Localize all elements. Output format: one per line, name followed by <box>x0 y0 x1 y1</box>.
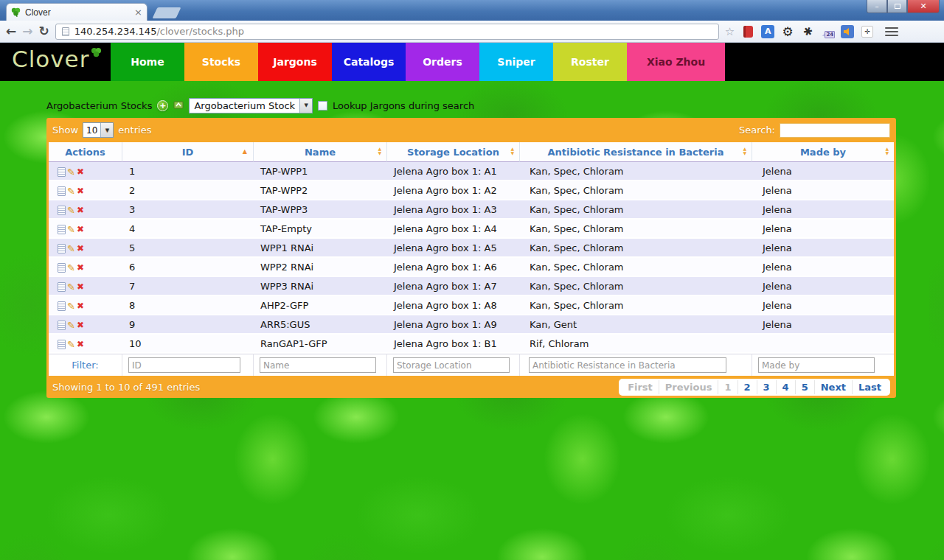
edit-icon[interactable]: ✎ <box>67 321 75 330</box>
view-icon[interactable] <box>58 301 66 311</box>
browser-window: Clover × – ✕ ← → ↻ 140.254.234.145/clove… <box>0 0 944 560</box>
browser-tab[interactable]: Clover × <box>6 3 148 21</box>
menu-icon[interactable] <box>885 27 898 36</box>
delete-icon[interactable]: ✖ <box>77 206 84 214</box>
gear-icon[interactable]: ⚙ <box>780 24 795 39</box>
page-2-button[interactable]: 2 <box>738 380 757 394</box>
column-header-made-by[interactable]: Made by▲▼ <box>752 142 894 162</box>
view-icon[interactable] <box>58 263 66 273</box>
nav-item-catalogs[interactable]: Catalogs <box>332 43 406 81</box>
edit-icon[interactable]: ✎ <box>67 186 75 196</box>
column-header-antibiotic[interactable]: Antibiotic Resistance in Bacteria▲▼ <box>520 142 752 162</box>
view-icon[interactable] <box>58 206 66 215</box>
address-bar[interactable]: 140.254.234.145/clover/stocks.php <box>55 24 719 40</box>
bookmark-star-icon[interactable]: ☆ <box>725 25 735 38</box>
view-icon[interactable] <box>58 282 66 292</box>
delete-icon[interactable]: ✖ <box>77 263 84 272</box>
made-by-cell: Jelena <box>752 296 894 315</box>
column-header-name[interactable]: Name▲▼ <box>254 142 387 162</box>
nav-item-orders[interactable]: Orders <box>406 43 479 81</box>
made-by-cell: Jelena <box>752 258 894 277</box>
reload-icon[interactable]: ↻ <box>39 25 49 38</box>
column-header-storage-location[interactable]: Storage Location▲▼ <box>387 142 520 162</box>
nav-item-xiao-zhou[interactable]: Xiao Zhou <box>627 43 725 81</box>
edit-icon[interactable]: ✎ <box>67 263 75 273</box>
nav-item-stocks[interactable]: Stocks <box>184 43 258 81</box>
page-previous-button[interactable]: Previous <box>659 380 718 394</box>
window-close-button[interactable]: ✕ <box>907 0 940 13</box>
add-stock-icon[interactable]: + <box>157 100 168 111</box>
view-icon[interactable] <box>58 340 66 349</box>
mini-extension-icon[interactable]: ✛ <box>860 24 875 39</box>
clover-logo[interactable]: Clover <box>0 43 111 81</box>
delete-icon[interactable]: ✖ <box>77 301 84 310</box>
forward-icon[interactable]: → <box>22 25 32 38</box>
nav-item-home[interactable]: Home <box>111 43 184 81</box>
edit-icon[interactable]: ✎ <box>67 244 75 253</box>
page-first-button[interactable]: First <box>622 380 659 394</box>
view-icon[interactable] <box>58 244 66 253</box>
name-cell: TAP-WPP2 <box>254 181 387 200</box>
bug-extension-icon[interactable]: ✱ <box>800 24 815 39</box>
page-current[interactable]: 1 <box>718 380 737 394</box>
actions-cell: ✎✖ <box>49 220 122 239</box>
edit-icon[interactable]: ✎ <box>67 340 75 349</box>
view-icon[interactable] <box>58 225 66 234</box>
filter-storage-input[interactable] <box>393 357 510 373</box>
delete-icon[interactable]: ✖ <box>77 225 84 234</box>
table-row: ✎✖ 7 WPP3 RNAi Jelena Agro box 1: A7 Kan… <box>49 277 894 296</box>
edit-icon[interactable]: ✎ <box>67 282 75 292</box>
page-size-select[interactable]: 10 ▼ <box>83 122 114 138</box>
storage-cell: Jelena Agro box 1: A6 <box>387 258 520 277</box>
delete-icon[interactable]: ✖ <box>77 321 84 329</box>
page-last-button[interactable]: Last <box>852 380 887 394</box>
cloud-extension-icon[interactable]: ☁24 <box>820 24 835 39</box>
book-extension-icon[interactable] <box>740 24 755 39</box>
sort-ascending-icon: ▲ <box>243 149 247 155</box>
view-icon[interactable] <box>58 321 66 330</box>
nav-item-sniper[interactable]: Sniper <box>479 43 553 81</box>
page-3-button[interactable]: 3 <box>757 380 776 394</box>
lookup-jargons-checkbox[interactable] <box>318 101 327 111</box>
edit-icon[interactable]: ✎ <box>67 206 75 215</box>
export-icon[interactable] <box>173 99 184 113</box>
page-next-button[interactable]: Next <box>814 380 852 394</box>
view-icon[interactable] <box>58 167 66 177</box>
page-5-button[interactable]: 5 <box>795 380 814 394</box>
delete-icon[interactable]: ✖ <box>77 244 84 253</box>
tab-close-icon[interactable]: × <box>134 7 142 17</box>
delete-icon[interactable]: ✖ <box>77 167 84 176</box>
filter-antibiotic-input[interactable] <box>529 357 726 373</box>
new-tab-button[interactable] <box>153 7 181 18</box>
url-text: 140.254.234.145/clover/stocks.php <box>74 26 244 37</box>
page-4-button[interactable]: 4 <box>776 380 795 394</box>
column-header-id[interactable]: ID▲ <box>122 142 254 162</box>
view-icon[interactable] <box>58 186 66 196</box>
edit-icon[interactable]: ✎ <box>67 225 75 234</box>
name-cell: WPP3 RNAi <box>254 277 387 296</box>
name-cell: TAP-WPP1 <box>254 162 387 181</box>
delete-icon[interactable]: ✖ <box>77 186 84 195</box>
delete-icon[interactable]: ✖ <box>77 340 84 349</box>
edit-icon[interactable]: ✎ <box>67 301 75 311</box>
nav-item-roster[interactable]: Roster <box>553 43 627 81</box>
cloud-badge: 24 <box>825 31 835 38</box>
chevron-down-icon: ▼ <box>299 99 312 113</box>
made-by-cell: Jelena <box>752 181 894 200</box>
back-icon[interactable]: ← <box>6 25 16 38</box>
filter-name-input[interactable] <box>260 357 376 373</box>
sort-icon: ▲▼ <box>378 147 381 155</box>
translate-extension-icon[interactable]: A <box>760 24 775 39</box>
search-input[interactable] <box>780 123 890 138</box>
filter-made-by-input[interactable] <box>758 357 875 373</box>
filter-id-input[interactable] <box>128 357 240 373</box>
antibiotic-cell: Kan, Spec, Chloram <box>520 220 752 239</box>
delete-icon[interactable]: ✖ <box>77 282 84 291</box>
edit-icon[interactable]: ✎ <box>67 167 75 177</box>
nav-item-jargons[interactable]: Jargons <box>258 43 332 81</box>
speaker-extension-icon[interactable] <box>840 24 855 39</box>
window-minimize-button[interactable]: – <box>867 0 887 13</box>
stock-type-select[interactable]: Argobacterium Stock ▼ <box>189 98 313 113</box>
actions-cell: ✎✖ <box>49 296 122 315</box>
window-maximize-button[interactable] <box>887 0 907 13</box>
